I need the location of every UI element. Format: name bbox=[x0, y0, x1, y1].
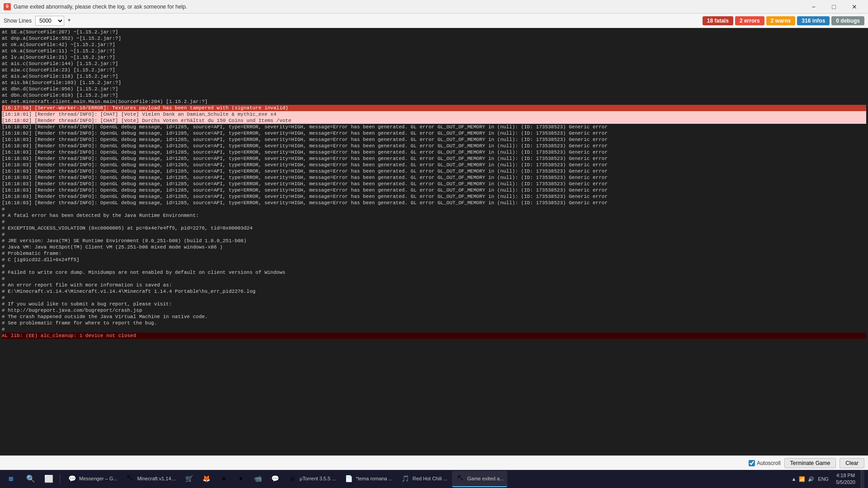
log-line: # E:\Minecraft.v1.14.4\Minecraft.v1.14.4… bbox=[2, 288, 866, 295]
log-line: at SE.a(SourceFile:207) ~[1.15.2.jar:?] bbox=[2, 29, 866, 35]
taskbar-app[interactable]: 💬Messenger – G... bbox=[64, 471, 121, 487]
log-line: at dbn.d(SourceFile:619) [1.15.2.jar:?] bbox=[2, 92, 866, 99]
log-line: # Failed to write core dump. Minidumps a… bbox=[2, 269, 866, 276]
clock[interactable]: 4:18 PM 5/5/2020 bbox=[832, 472, 859, 486]
taskbar-app[interactable]: 💬 bbox=[267, 471, 283, 487]
taskbar-right: ▲ 📶 🔊 ENG 4:18 PM 5/5/2020 bbox=[788, 470, 868, 488]
log-line: at aiw.c(SourceFile:23) [1.15.2.jar:?] bbox=[2, 67, 866, 73]
autoscroll-label: Autoscroll bbox=[757, 460, 781, 466]
log-line: # JRE version: Java(TM) SE Runtime Envir… bbox=[2, 238, 866, 244]
log-line: at ais.bk(SourceFile:103) [1.15.2.jar:?] bbox=[2, 80, 866, 86]
badge-group: 18 fatals 2 errors 2 warns 316 infos 0 d… bbox=[703, 16, 864, 25]
taskbar-app[interactable]: ⛏Game exited a... bbox=[452, 471, 508, 487]
log-line: [16:18:03] [Render thread/INFO]: OpenGL … bbox=[2, 168, 866, 174]
maximize-button[interactable]: □ bbox=[824, 0, 844, 14]
log-line: # bbox=[2, 263, 866, 269]
taskbar-app-icon: µ bbox=[288, 474, 297, 483]
title-bar: G Game exited abnormally, please check t… bbox=[0, 0, 868, 14]
taskbar-app[interactable]: ● bbox=[233, 471, 249, 487]
log-line: [16:18:03] [Render thread/INFO]: OpenGL … bbox=[2, 136, 866, 143]
taskbar-app-label: Minecraft.v1.14.... bbox=[137, 476, 176, 481]
warns-badge[interactable]: 2 warns bbox=[766, 16, 796, 25]
taskbar-app[interactable]: ⊞ bbox=[216, 471, 232, 487]
taskbar-app-label: μTorrent 3.5.5 ... bbox=[300, 476, 336, 481]
log-line: # Problematic frame: bbox=[2, 250, 866, 257]
taskbar-app[interactable]: ⛏Minecraft.v1.14.... bbox=[122, 471, 180, 487]
log-line: at net.minecraft.client.main.Main.main(S… bbox=[2, 99, 866, 105]
taskbar-app-icon: 🎵 bbox=[401, 474, 410, 483]
clear-button[interactable]: Clear bbox=[840, 458, 864, 468]
log-line: [16:18:03] [Render thread/INFO]: OpenGL … bbox=[2, 143, 866, 149]
app-icon: G bbox=[4, 3, 11, 10]
log-line: [16:18:03] [Render thread/INFO]: OpenGL … bbox=[2, 187, 866, 193]
taskbar-app-label: Game exited a... bbox=[467, 476, 504, 481]
terminate-game-button[interactable]: Terminate Game bbox=[784, 458, 836, 468]
log-line: # C [ig9icd32.dll+0x24ff5] bbox=[2, 257, 866, 263]
title-bar-text: Game exited abnormally, please check the… bbox=[14, 4, 803, 10]
log-line: # Java VM: Java HotSpot(TM) Client VM (2… bbox=[2, 244, 866, 250]
title-bar-controls: − □ ✕ bbox=[803, 0, 864, 14]
taskbar-app-icon: ⛏ bbox=[125, 474, 134, 483]
windows-icon: ⊞ bbox=[9, 474, 13, 483]
log-line: # An error report file with more informa… bbox=[2, 282, 866, 288]
fatals-badge[interactable]: 18 fatals bbox=[703, 16, 733, 25]
log-line: [16:18:03] [Render thread/INFO]: OpenGL … bbox=[2, 162, 866, 168]
log-line: [16:18:03] [Render thread/INFO]: OpenGL … bbox=[2, 174, 866, 181]
search-button[interactable]: 🔍 bbox=[22, 470, 40, 488]
infos-badge[interactable]: 316 infos bbox=[797, 16, 830, 25]
minimize-button[interactable]: − bbox=[803, 0, 824, 14]
lines-select[interactable]: 5000 1000 10000 bbox=[35, 16, 64, 26]
log-line: # The crash happened outside the Java Vi… bbox=[2, 314, 866, 320]
taskbar-app-icon: ● bbox=[236, 474, 245, 483]
log-line: # EXCEPTION_ACCESS_VIOLATION (0xc0000005… bbox=[2, 225, 866, 231]
taskbar: ⊞ 🔍 ⬜ 💬Messenger – G...⛏Minecraft.v1.14.… bbox=[0, 470, 868, 488]
taskbar-app[interactable]: µμTorrent 3.5.5 ... bbox=[284, 471, 340, 487]
network-icon: 📶 bbox=[799, 476, 805, 482]
log-line: [16:18:02] [Render thread/INFO]: OpenGL … bbox=[2, 130, 866, 136]
log-line: [16:18:03] [Render thread/INFO]: OpenGL … bbox=[2, 181, 866, 187]
dropdown-icon: ▼ bbox=[68, 18, 71, 23]
toolbar: Show Lines 5000 1000 10000 ▼ 18 fatals 2… bbox=[0, 14, 868, 28]
log-line: # bbox=[2, 326, 866, 333]
log-line: # bbox=[2, 276, 866, 282]
taskbar-apps: 💬Messenger – G...⛏Minecraft.v1.14....🛒🦊⊞… bbox=[62, 471, 788, 487]
show-hidden-icon[interactable]: ▲ bbox=[791, 476, 796, 482]
log-line: # bbox=[2, 219, 866, 225]
taskbar-app[interactable]: 📹 bbox=[250, 471, 266, 487]
log-line: # bbox=[2, 206, 866, 212]
taskbar-app[interactable]: 🦊 bbox=[198, 471, 215, 487]
taskbar-app-icon: ⛏ bbox=[456, 474, 465, 483]
show-lines-label: Show Lines bbox=[4, 18, 32, 24]
log-line: [16:18:02] [Render thread/INFO]: [CHAT] … bbox=[2, 117, 866, 124]
log-line: # A fatal error has been detected by the… bbox=[2, 212, 866, 219]
debugs-badge[interactable]: 0 debugs bbox=[831, 16, 864, 25]
taskbar-app-icon: 🛒 bbox=[185, 474, 194, 483]
log-line: [16:18:02] [Render thread/INFO]: OpenGL … bbox=[2, 124, 866, 130]
date-display: 5/5/2020 bbox=[836, 479, 855, 486]
task-view-button[interactable]: ⬜ bbox=[40, 470, 58, 488]
taskbar-app[interactable]: 🛒 bbox=[181, 471, 198, 487]
log-line: at ok.a(SourceFile:11) ~[1.15.2.jar:?] bbox=[2, 48, 866, 54]
log-line: # bbox=[2, 231, 866, 238]
taskbar-app-label: Red Hot Chili ... bbox=[412, 476, 447, 481]
log-line: [16:18:01] [Render thread/INFO]: [CHAT] … bbox=[2, 111, 866, 117]
taskbar-app[interactable]: 🎵Red Hot Chili ... bbox=[397, 471, 451, 487]
log-line: at ok.a(SourceFile:42) ~[1.15.2.jar:?] bbox=[2, 42, 866, 48]
taskbar-app-icon: 💬 bbox=[271, 474, 280, 483]
taskbar-app-icon: 🦊 bbox=[202, 474, 211, 483]
log-line: [16:17:59] [Server-Worker-10/ERROR]: Tex… bbox=[2, 105, 866, 111]
log-line: # See problematic frame for where to rep… bbox=[2, 320, 866, 326]
log-line: at lv.a(SourceFile:21) ~[1.15.2.jar:?] bbox=[2, 54, 866, 61]
taskbar-app[interactable]: 📄*tema romana ... bbox=[340, 471, 396, 487]
taskbar-app-icon: 📄 bbox=[344, 474, 353, 483]
taskbar-app-icon: ⊞ bbox=[219, 474, 228, 483]
close-button[interactable]: ✕ bbox=[844, 0, 864, 14]
start-button[interactable]: ⊞ bbox=[0, 470, 22, 488]
log-area[interactable]: at SE.a(SourceFile:207) ~[1.15.2.jar:?] … bbox=[0, 28, 868, 455]
show-desktop-button[interactable] bbox=[861, 470, 864, 488]
volume-icon: 🔊 bbox=[808, 476, 814, 482]
taskbar-app-icon: 💬 bbox=[67, 474, 76, 483]
autoscroll-checkbox[interactable] bbox=[749, 460, 755, 466]
errors-badge[interactable]: 2 errors bbox=[735, 16, 764, 25]
log-line: [16:18:03] [Render thread/INFO]: OpenGL … bbox=[2, 200, 866, 206]
